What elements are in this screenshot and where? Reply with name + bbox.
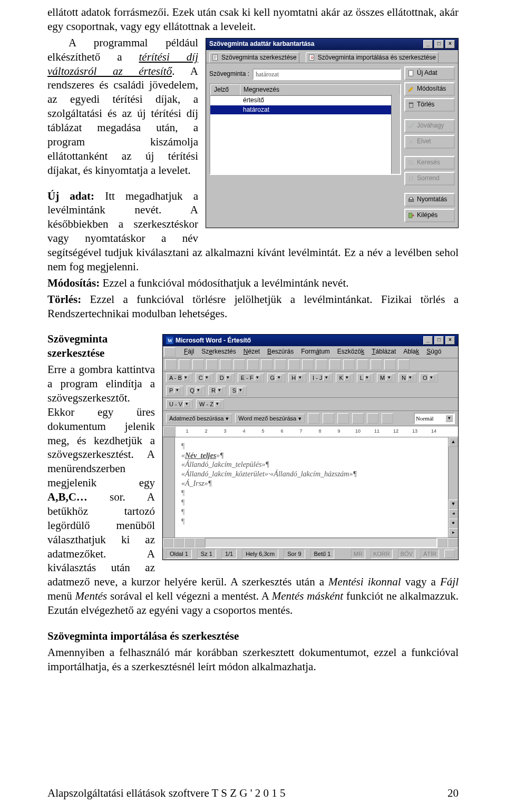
modositas-button[interactable]: Módosítás xyxy=(404,82,455,96)
document-page[interactable]: ¶ «Név_teljes»¶ «Állandó_lakcím_települé… xyxy=(175,437,448,537)
ujadat-button[interactable]: Új Adat xyxy=(404,66,455,80)
undo-button[interactable] xyxy=(302,359,314,370)
scroll-up-icon[interactable]: ▲ xyxy=(449,437,458,447)
letter-menu[interactable]: L▾ xyxy=(357,373,374,383)
scroll-right-icon[interactable] xyxy=(447,538,458,547)
maximize-button[interactable]: □ xyxy=(434,336,444,345)
letter-menu[interactable]: Q▾ xyxy=(187,386,205,395)
letter-menu[interactable]: W - Z▾ xyxy=(196,399,224,409)
letter-menu[interactable]: O▾ xyxy=(420,373,438,383)
nyomtatas-button[interactable]: Nyomtatás xyxy=(404,193,455,207)
menu-tablazat[interactable]: Táblázat xyxy=(371,347,397,357)
text-run-italic: Mentés xyxy=(75,590,108,602)
zoom-button[interactable] xyxy=(384,359,396,370)
browse-object-icon[interactable]: ● xyxy=(449,518,458,528)
kilepes-button[interactable]: Kilépés xyxy=(404,209,455,222)
pilcrow: ¶ xyxy=(181,508,184,516)
close-button[interactable]: × xyxy=(445,40,455,48)
menu-sugo[interactable]: Súgó xyxy=(425,347,442,357)
new-doc-button[interactable] xyxy=(165,359,177,370)
minimize-button[interactable]: _ xyxy=(423,40,433,48)
scroll-left-icon[interactable] xyxy=(437,538,447,547)
list-row-selected[interactable]: határozat xyxy=(210,105,400,114)
letter-menu[interactable]: P▾ xyxy=(166,386,183,395)
list-row[interactable]: értesítő xyxy=(210,96,400,105)
close-button[interactable]: × xyxy=(445,336,455,345)
view-normal-button[interactable] xyxy=(163,538,173,547)
preview-button[interactable] xyxy=(220,359,231,370)
menu-eszkozok[interactable]: Eszközök xyxy=(336,347,365,357)
vertical-scrollbar[interactable]: ▲ ▼ ◂ ● ▸ xyxy=(448,437,458,537)
save-button[interactable] xyxy=(192,359,204,370)
merge-tool-button[interactable] xyxy=(367,413,378,424)
letter-menu[interactable]: A - B▾ xyxy=(166,373,192,383)
merge-tool-button[interactable] xyxy=(308,413,319,424)
menu-nezet[interactable]: Nézet xyxy=(242,347,261,357)
letter-menu[interactable]: S▾ xyxy=(229,386,247,395)
elvet-button[interactable]: Elvet xyxy=(404,135,455,149)
letter-menu[interactable]: G▾ xyxy=(267,373,286,383)
vertical-scrollbar[interactable] xyxy=(391,94,400,174)
cut-button[interactable] xyxy=(247,359,259,370)
horizontal-scrollbar[interactable] xyxy=(205,538,437,547)
columns-button[interactable] xyxy=(343,359,355,370)
letter-menu[interactable]: I - J▾ xyxy=(309,373,333,383)
merge-field: «Állandó_lakcím_közterület»·«Állandó_lak… xyxy=(181,470,357,478)
merge-tool-button[interactable] xyxy=(323,413,334,424)
sorrend-button[interactable]: Sorrend xyxy=(404,172,455,185)
view-page-button[interactable] xyxy=(184,538,194,547)
style-selector[interactable]: Normál▾ xyxy=(414,413,455,424)
letter-menu[interactable]: D▾ xyxy=(217,373,235,383)
next-page-icon[interactable]: ▸ xyxy=(449,528,458,537)
letter-menu[interactable]: U - V▾ xyxy=(166,399,193,409)
letter-menu[interactable]: E - F▾ xyxy=(238,373,264,383)
spell-button[interactable] xyxy=(233,359,245,370)
view-outline-button[interactable] xyxy=(173,538,184,547)
book-icon[interactable] xyxy=(444,550,455,558)
insert-table-button[interactable] xyxy=(329,359,341,370)
word-mezo-beszuras-button[interactable]: Word mező beszúrása▾ xyxy=(235,414,305,423)
tab-szerkesztes[interactable]: Szövegminta szerkesztése xyxy=(209,52,299,63)
szovegminta-list[interactable]: Jelző Megnevezés értesítő határozat xyxy=(209,83,401,175)
menu-formatum[interactable]: Formátum xyxy=(300,347,331,357)
scroll-down-icon[interactable]: ▼ xyxy=(449,500,458,509)
minimize-button[interactable]: _ xyxy=(423,336,433,345)
maximize-button[interactable]: □ xyxy=(434,40,444,48)
torles-button[interactable]: Törlés xyxy=(404,98,455,112)
merge-tool-button[interactable] xyxy=(382,413,393,424)
copy-button[interactable] xyxy=(261,359,273,370)
letter-menu[interactable]: R▾ xyxy=(208,386,226,395)
redo-button[interactable] xyxy=(316,359,327,370)
print-button[interactable] xyxy=(206,359,218,370)
format-painter-button[interactable] xyxy=(288,359,300,370)
menu-beszuras[interactable]: Beszúrás xyxy=(266,347,295,357)
show-hide-button[interactable] xyxy=(371,359,382,370)
view-master-button[interactable] xyxy=(194,538,205,547)
merge-tool-button[interactable] xyxy=(337,413,349,424)
paste-button[interactable] xyxy=(275,359,286,370)
label-torles: Törlés: xyxy=(47,293,81,306)
letter-menu[interactable]: N▾ xyxy=(398,373,416,383)
letter-menu[interactable]: H▾ xyxy=(288,373,306,383)
prev-page-icon[interactable]: ◂ xyxy=(449,509,458,518)
merge-tool-button[interactable] xyxy=(352,413,364,424)
ss2-title: Microsoft Word - Értesítő xyxy=(176,337,251,345)
new-icon xyxy=(407,70,415,77)
szovegminta-input[interactable] xyxy=(252,69,401,80)
tab-importalas[interactable]: Szövegminta importálása és szerkesztése xyxy=(306,52,439,63)
button-label: Törlés xyxy=(417,101,434,109)
letter-menu[interactable]: M▾ xyxy=(377,373,395,383)
menu-fajl[interactable]: Fájl xyxy=(183,347,195,357)
tab-label: Szövegminta importálása és szerkesztése xyxy=(318,54,436,62)
letter-menu[interactable]: K▾ xyxy=(336,373,353,383)
menu-szerkesztes[interactable]: Szerkesztés xyxy=(200,347,237,357)
menu-ablak[interactable]: Ablak xyxy=(402,347,420,357)
col-megnevezes: Megnevezés xyxy=(240,84,400,95)
jovahagy-button[interactable]: Jóváhagy xyxy=(404,119,455,133)
letter-menu[interactable]: C▾ xyxy=(196,373,213,383)
kereses-button[interactable]: Keresés xyxy=(404,156,455,170)
help-button[interactable] xyxy=(398,359,410,370)
adatmezo-beszuras-button[interactable]: Adatmező beszúrása▾ xyxy=(166,414,232,423)
open-button[interactable] xyxy=(179,359,190,370)
drawing-button[interactable] xyxy=(357,359,368,370)
